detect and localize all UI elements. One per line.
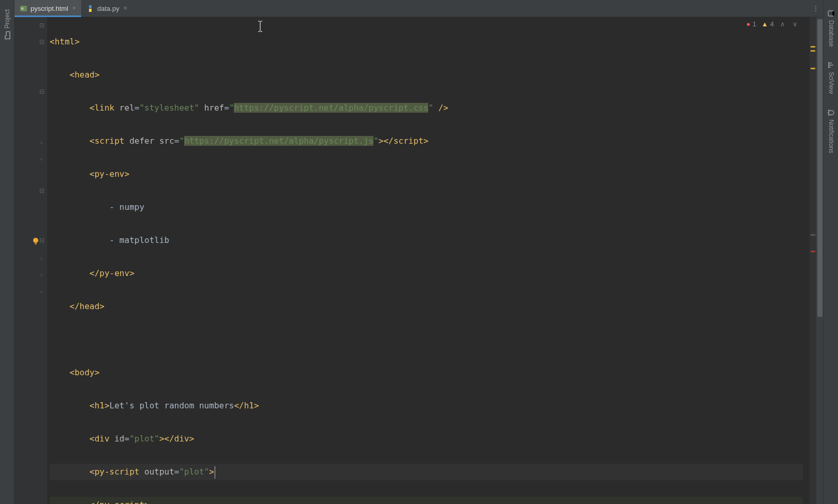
tab-pyscript-html[interactable]: H pyscript.html × bbox=[14, 0, 81, 17]
intention-bulb-icon[interactable] bbox=[31, 236, 40, 246]
fold-icon[interactable]: ⊟ bbox=[39, 22, 45, 28]
tab-label: data.py bbox=[97, 5, 119, 12]
database-icon bbox=[827, 9, 835, 18]
sciview-tool-label: SciView bbox=[828, 72, 835, 94]
close-icon[interactable]: × bbox=[124, 5, 127, 12]
project-tool-label: Project bbox=[4, 9, 11, 28]
code-text[interactable]: <html> <head> <link rel="stylesheet" hre… bbox=[48, 17, 809, 504]
svg-point-2 bbox=[33, 238, 38, 243]
fold-end-icon[interactable]: ⌞ bbox=[39, 287, 45, 293]
fold-icon[interactable]: ⊟ bbox=[39, 188, 45, 194]
html-file-icon: H bbox=[20, 5, 27, 12]
tab-data-py[interactable]: data.py × bbox=[81, 0, 132, 17]
notifications-tool-label: Notifications bbox=[828, 119, 835, 153]
svg-point-12 bbox=[832, 11, 834, 16]
fold-icon[interactable]: ⊟ bbox=[39, 39, 45, 45]
tabs-menu-icon[interactable]: ⋮ bbox=[808, 0, 824, 17]
folder-icon bbox=[3, 31, 11, 39]
svg-rect-3 bbox=[35, 243, 37, 245]
tab-label: pyscript.html bbox=[31, 5, 68, 12]
fold-end-icon[interactable]: ⌞ bbox=[39, 270, 45, 277]
notifications-tool[interactable]: Notifications bbox=[826, 106, 836, 155]
fold-end-icon[interactable]: ⌞ bbox=[39, 254, 45, 260]
editor-tabs: H pyscript.html × data.py × ⋮ bbox=[14, 0, 824, 17]
fold-end-icon[interactable]: ⌞ bbox=[39, 155, 45, 161]
sciview-tool[interactable]: SciView bbox=[826, 59, 836, 96]
left-tool-strip: Project Bookmarks Structure bbox=[0, 0, 14, 504]
sciview-icon bbox=[827, 61, 835, 69]
python-file-icon bbox=[86, 5, 94, 12]
error-stripe[interactable] bbox=[809, 17, 816, 504]
close-icon[interactable]: × bbox=[72, 5, 76, 12]
bell-icon bbox=[827, 109, 835, 117]
svg-text:H: H bbox=[21, 7, 23, 11]
caret bbox=[215, 466, 215, 479]
project-tool[interactable]: Project bbox=[2, 7, 12, 41]
editor[interactable]: ●1 ▲4 ∧ ∨ ⊟ ⊟ ⊟ ⌞ ⌞ ⊟ ⊟ ⌞ ⌞ ⌞ bbox=[14, 17, 824, 504]
gutter[interactable]: ⊟ ⊟ ⊟ ⌞ ⌞ ⊟ ⊟ ⌞ ⌞ ⌞ bbox=[14, 17, 48, 504]
fold-end-icon[interactable]: ⌞ bbox=[39, 138, 45, 144]
database-tool[interactable]: Database bbox=[826, 7, 836, 49]
vertical-scrollbar[interactable] bbox=[816, 17, 824, 504]
fold-icon[interactable]: ⊟ bbox=[39, 88, 45, 95]
right-tool-strip: Database SciView Notifications bbox=[824, 0, 838, 504]
database-tool-label: Database bbox=[828, 20, 835, 47]
